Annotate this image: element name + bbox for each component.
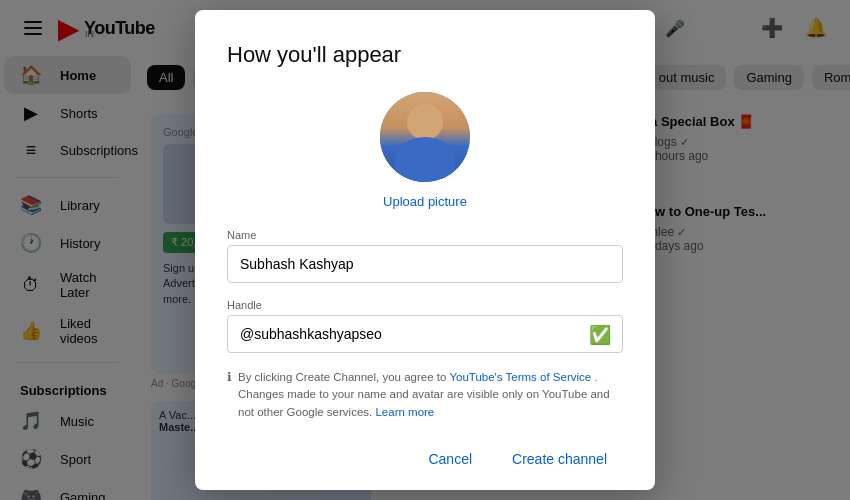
name-label: Name (227, 229, 623, 241)
modal-title: How you'll appear (227, 42, 623, 68)
terms-prefix: By clicking Create Channel, you agree to (238, 371, 446, 383)
check-icon: ✅ (589, 324, 611, 346)
handle-label: Handle (227, 299, 623, 311)
modal-actions: Cancel Create channel (227, 441, 623, 477)
terms-text: ℹ By clicking Create Channel, you agree … (227, 369, 623, 421)
cancel-button[interactable]: Cancel (412, 441, 488, 477)
avatar-person-image (380, 92, 470, 182)
name-field-container: Name (227, 229, 623, 283)
learn-more-link[interactable]: Learn more (375, 406, 434, 418)
handle-input[interactable] (227, 315, 623, 353)
avatar-section: Upload picture (227, 92, 623, 209)
create-channel-button[interactable]: Create channel (496, 441, 623, 477)
modal-overlay: How you'll appear Upload picture Name Ha… (0, 0, 850, 500)
info-icon: ℹ (227, 369, 232, 421)
upload-picture-link[interactable]: Upload picture (383, 194, 467, 209)
avatar-circle (380, 92, 470, 182)
name-input[interactable] (227, 245, 623, 283)
handle-field-container: Handle ✅ (227, 299, 623, 353)
modal-dialog: How you'll appear Upload picture Name Ha… (195, 10, 655, 490)
terms-link[interactable]: YouTube's Terms of Service (449, 371, 591, 383)
